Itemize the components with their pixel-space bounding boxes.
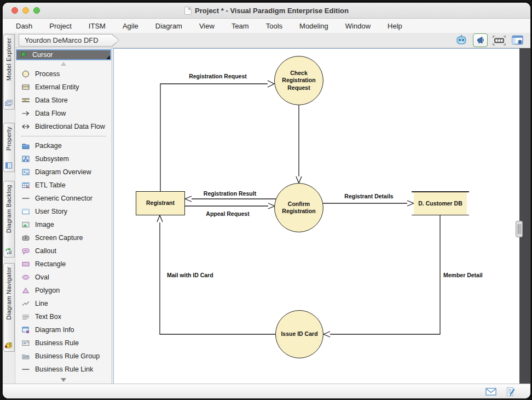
- palette-scroll-down[interactable]: [15, 376, 112, 384]
- palette-item-label: Oval: [35, 273, 49, 281]
- side-tab-label: Model Explorer: [5, 38, 12, 81]
- business-rule-group-icon: [21, 352, 30, 361]
- menu-item-view[interactable]: View: [199, 22, 215, 30]
- process-check-registration-request[interactable]: Check Registration Request: [274, 56, 323, 105]
- flow-label-registration-result[interactable]: Registration Result: [204, 190, 256, 197]
- menu-item-window[interactable]: Window: [345, 22, 371, 30]
- side-tab-diagram-navigator[interactable]: Diagram Navigator: [3, 263, 15, 352]
- flow-label-member-detail[interactable]: Member Detail: [443, 272, 483, 278]
- palette-item-subsystem[interactable]: Subsystem: [15, 152, 112, 165]
- palette-scroll-up[interactable]: [15, 60, 112, 67]
- palette-item-polygon[interactable]: Polygon: [15, 284, 112, 297]
- palette-item-business-rule[interactable]: Business Rule: [15, 336, 112, 350]
- palette-item-diagram-overview[interactable]: Diagram Overview: [15, 165, 112, 179]
- palette-item-label: External Entity: [35, 83, 79, 91]
- data-flow-icon: [21, 109, 30, 118]
- callout-icon: [21, 247, 30, 255]
- storyboard-icon[interactable]: [492, 34, 506, 47]
- business-rule-link-icon: [21, 365, 30, 374]
- tool-palette: Cursor ProcessExternal EntityData StoreD…: [15, 48, 112, 384]
- side-tab-label: Property: [5, 127, 12, 151]
- palette-item-process[interactable]: Process: [15, 67, 112, 81]
- palette-item-image[interactable]: Image: [15, 218, 112, 231]
- document-icon: [184, 7, 192, 15]
- window-title-wrap: Project * - Visual Paradigm Enterprise E…: [3, 7, 530, 15]
- flow-member-detail[interactable]: [323, 214, 440, 337]
- oval-icon: [21, 273, 30, 282]
- data-store-label: D. Customer DB: [418, 200, 462, 207]
- flow-appeal-request[interactable]: [185, 203, 275, 209]
- menubar: DashProjectITSMAgileDiagramViewTeamTools…: [3, 19, 530, 33]
- palette-item-label: Data Flow: [35, 110, 66, 117]
- palette-item-business-rule-group[interactable]: Business Rule Group: [15, 350, 112, 363]
- subsystem-icon: [21, 155, 30, 163]
- menu-item-project[interactable]: Project: [49, 22, 71, 30]
- bot-icon[interactable]: [454, 34, 469, 47]
- menu-item-tools[interactable]: Tools: [266, 22, 282, 30]
- menu-item-help[interactable]: Help: [388, 22, 402, 30]
- diagram-canvas[interactable]: Check Registration Request Confirm Regis…: [113, 48, 519, 384]
- palette-item-diagram-info[interactable]: iDiagram Info: [15, 323, 112, 336]
- side-tab-strip: Model ExplorerPropertyDiagram BacklogDia…: [3, 33, 15, 384]
- breadcrumb-label: Yourdon DeMarco DFD: [19, 35, 119, 46]
- menu-item-dash[interactable]: Dash: [16, 22, 32, 30]
- flow-label-appeal-request[interactable]: Appeal Request: [206, 210, 249, 217]
- palette-item-label: Data Store: [35, 96, 68, 104]
- rectangle-icon: [21, 260, 30, 268]
- mail-icon[interactable]: [485, 387, 496, 397]
- diagram-toolbar: Yourdon DeMarco DFD: [15, 33, 530, 48]
- flow-registration-result[interactable]: [185, 196, 276, 202]
- palette-item-package[interactable]: Package: [15, 139, 112, 152]
- palette-item-label: Rectangle: [35, 260, 66, 268]
- breadcrumb[interactable]: Yourdon DeMarco DFD: [19, 34, 119, 47]
- etl-table-icon: [21, 181, 30, 190]
- menu-item-itsm[interactable]: ITSM: [89, 22, 106, 30]
- palette-item-line[interactable]: Line: [15, 297, 112, 310]
- data-store-customer-db[interactable]: D. Customer DB: [414, 192, 467, 215]
- palette-item-bidirectional-data-flow[interactable]: Bidirectional Data Flow: [15, 120, 112, 133]
- flow-check-to-confirm[interactable]: [296, 105, 302, 183]
- palette-item-cursor[interactable]: Cursor: [16, 49, 111, 60]
- external-entity-registrant[interactable]: Registrant: [136, 191, 185, 215]
- panel-layout-icon[interactable]: [511, 34, 525, 47]
- palette-item-label: Cursor: [32, 51, 53, 59]
- palette-item-screen-capture[interactable]: Screen Capture: [15, 231, 112, 244]
- megaphone-icon[interactable]: [473, 33, 488, 47]
- process-confirm-registration[interactable]: Confirm Registration: [274, 183, 323, 232]
- diagram-info-icon: i: [21, 325, 30, 334]
- window-title: Project * - Visual Paradigm Enterprise E…: [195, 7, 349, 15]
- palette-item-data-store[interactable]: Data Store: [15, 94, 112, 107]
- palette-item-label: Business Rule: [35, 339, 79, 347]
- palette-item-generic-connector[interactable]: Generic Connector: [15, 192, 112, 205]
- menu-item-modeling[interactable]: Modeling: [299, 22, 328, 30]
- toolbar-icons: [454, 33, 527, 47]
- business-rule-icon: [21, 339, 30, 347]
- flow-registrant-details[interactable]: [323, 201, 414, 206]
- palette-item-user-story[interactable]: User Story: [15, 205, 112, 218]
- flow-label-registrant-details[interactable]: Registrant Details: [344, 193, 393, 199]
- process-issue-id-card[interactable]: Issue ID Card: [275, 310, 323, 358]
- diagram-backlog-icon: [4, 247, 13, 255]
- palette-item-etl-table[interactable]: ETL Table: [15, 179, 112, 192]
- palette-item-rectangle[interactable]: Rectangle: [15, 258, 112, 271]
- palette-item-text-box[interactable]: Text Box: [15, 310, 112, 323]
- side-tab-model-explorer[interactable]: Model Explorer: [3, 34, 15, 110]
- flow-label-mail-with-id-card[interactable]: Mail with ID Card: [167, 272, 213, 278]
- menu-item-agile[interactable]: Agile: [123, 22, 138, 30]
- side-tab-property[interactable]: Property: [3, 123, 15, 172]
- palette-item-data-flow[interactable]: Data Flow: [15, 107, 112, 120]
- palette-item-oval[interactable]: Oval: [15, 271, 112, 284]
- side-tab-diagram-backlog[interactable]: Diagram Backlog: [3, 181, 15, 258]
- flow-registration-request[interactable]: [160, 81, 274, 191]
- menu-item-team[interactable]: Team: [232, 22, 249, 30]
- palette-item-business-rule-link[interactable]: Business Rule Link: [15, 363, 112, 376]
- palette-item-callout[interactable]: Callout: [15, 244, 112, 258]
- palette-item-external-entity[interactable]: External Entity: [15, 81, 112, 94]
- menu-item-diagram[interactable]: Diagram: [155, 22, 182, 30]
- panel-resize-grip[interactable]: [516, 221, 523, 237]
- data-store-icon: [21, 96, 30, 105]
- flow-label-registration-request[interactable]: Registration Request: [189, 73, 247, 79]
- edit-document-icon[interactable]: [505, 387, 516, 397]
- scroll-up-icon: [61, 62, 66, 66]
- collapsed-panel-strip: [519, 48, 530, 384]
